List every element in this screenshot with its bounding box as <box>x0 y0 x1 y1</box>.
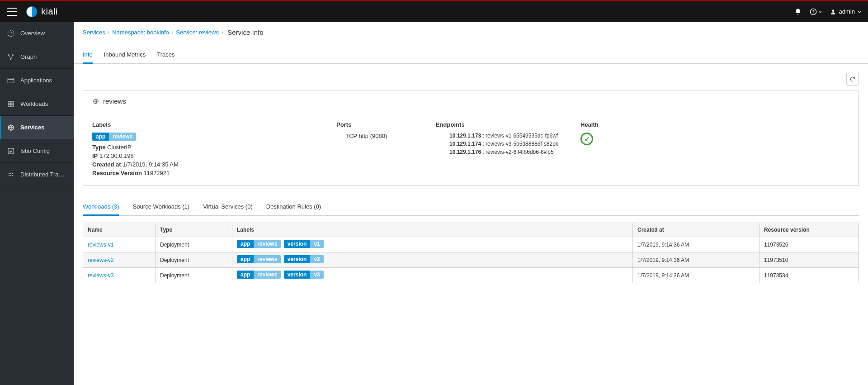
svg-point-19 <box>9 173 9 174</box>
workload-link[interactable]: reviews-v1 <box>88 242 113 248</box>
chevron-right-icon: › <box>108 30 109 35</box>
help-menu[interactable]: ? <box>810 8 822 15</box>
svg-point-20 <box>10 173 11 174</box>
brand-text: kiali <box>41 6 58 17</box>
label-badge: versionv1 <box>284 240 324 248</box>
service-created: 1/7/2019, 9:14:35 AM <box>123 161 179 168</box>
subtab-source-workloads[interactable]: Source Workloads (1) <box>133 200 189 215</box>
health-title: Health <box>580 121 599 128</box>
label-value: reviews <box>109 133 136 141</box>
graph-icon <box>7 53 15 61</box>
workload-created: 1/7/2019, 9:14:36 AM <box>633 237 760 252</box>
svg-text:?: ? <box>812 10 815 14</box>
table-row: reviews-v3Deploymentappreviews versionv3… <box>83 268 859 283</box>
notifications-icon[interactable] <box>794 8 802 15</box>
brand-logo[interactable]: kiali <box>26 6 58 18</box>
breadcrumb-current: Service Info <box>227 29 263 36</box>
subtab-workloads[interactable]: Workloads (3) <box>83 200 119 216</box>
workloads-table: Name Type Labels Created at Resource ver… <box>83 223 859 283</box>
sidebar-label: Services <box>20 124 45 131</box>
col-labels[interactable]: Labels <box>232 223 633 237</box>
svg-point-21 <box>12 173 13 174</box>
sidebar-label: Graph <box>20 53 37 60</box>
workload-rv: 11973534 <box>760 268 859 283</box>
subtab-virtual-services[interactable]: Virtual Services (0) <box>203 200 253 215</box>
svg-rect-12 <box>8 104 10 106</box>
workload-link[interactable]: reviews-v2 <box>88 257 113 263</box>
health-ok-icon <box>580 133 593 145</box>
svg-rect-13 <box>11 104 14 106</box>
sidebar-item-graph[interactable]: Graph <box>0 45 74 69</box>
refresh-icon <box>849 76 856 82</box>
sidebar-label: Overview <box>20 30 45 37</box>
sidebar-item-services[interactable]: Services <box>0 116 74 139</box>
workloads-icon <box>7 100 15 108</box>
label-badge: appreviews <box>237 240 281 248</box>
applications-icon <box>7 76 15 85</box>
sidebar-label: Istio Config <box>20 147 50 154</box>
kiali-logo-icon <box>26 6 38 18</box>
svg-point-24 <box>12 175 13 176</box>
sidebar-item-istio[interactable]: Istio Config <box>0 139 74 163</box>
breadcrumb-namespace[interactable]: Namespace: bookinfo <box>112 29 169 36</box>
tracing-icon <box>7 171 15 179</box>
services-icon <box>7 124 15 132</box>
tab-inbound-metrics[interactable]: Inbound Metrics <box>104 48 146 63</box>
workload-type: Deployment <box>156 252 232 268</box>
user-menu[interactable]: admin <box>830 8 861 15</box>
label-key: app <box>92 133 109 141</box>
svg-rect-10 <box>8 101 10 104</box>
tab-info[interactable]: Info <box>83 48 93 64</box>
dashboard-icon <box>7 29 15 38</box>
chevron-right-icon: › <box>222 30 223 35</box>
sidebar: Overview Graph Applications Workloads Se… <box>0 22 74 385</box>
service-type: ClusterIP <box>107 144 131 151</box>
workload-created: 1/7/2019, 9:14:36 AM <box>633 252 760 268</box>
service-name: reviews <box>103 97 126 105</box>
tab-traces[interactable]: Traces <box>157 48 175 63</box>
service-ip: 172.30.0.198 <box>99 152 134 159</box>
svg-point-3 <box>832 10 834 12</box>
workload-created: 1/7/2019, 9:14:36 AM <box>633 268 760 283</box>
endpoint-entry: 10.129.1.174 : reviews-v3-5b5d88886f-s82… <box>449 141 562 147</box>
endpoints-title: Endpoints <box>436 121 562 128</box>
workload-type: Deployment <box>156 268 232 283</box>
subtab-destination-rules[interactable]: Destination Rules (0) <box>266 200 321 215</box>
col-rv[interactable]: Resource version <box>760 223 859 237</box>
sidebar-item-workloads[interactable]: Workloads <box>0 92 74 116</box>
chevron-down-icon <box>858 10 861 14</box>
service-resource-version: 11972921 <box>143 170 170 176</box>
col-type[interactable]: Type <box>156 223 232 237</box>
sidebar-item-applications[interactable]: Applications <box>0 69 74 92</box>
breadcrumb-services[interactable]: Services <box>83 29 105 36</box>
refresh-button[interactable] <box>846 73 859 86</box>
svg-rect-11 <box>11 101 14 104</box>
service-icon <box>92 98 99 105</box>
menu-toggle[interactable] <box>7 8 17 16</box>
label-badge: appreviews <box>237 255 281 263</box>
workload-type: Deployment <box>156 237 232 252</box>
port-value: TCP http (9080) <box>336 133 418 139</box>
breadcrumb-service[interactable]: Service: reviews <box>176 29 219 36</box>
labels-title: Labels <box>92 121 318 128</box>
ports-title: Ports <box>336 121 418 128</box>
label-badge: app reviews <box>92 133 136 141</box>
workload-link[interactable]: reviews-v3 <box>88 272 113 279</box>
col-name[interactable]: Name <box>83 223 156 237</box>
topbar: kiali ? admin <box>0 1 868 22</box>
main-tabs: Info Inbound Metrics Traces <box>74 48 868 64</box>
col-created[interactable]: Created at <box>633 223 760 237</box>
chevron-down-icon <box>818 10 822 14</box>
table-row: reviews-v1Deploymentappreviews versionv1… <box>83 237 859 252</box>
sidebar-item-overview[interactable]: Overview <box>0 22 74 45</box>
user-name: admin <box>839 8 855 15</box>
config-icon <box>7 147 15 155</box>
sidebar-label: Distributed Traci... <box>20 171 67 178</box>
svg-point-23 <box>10 175 11 176</box>
user-icon <box>830 9 836 15</box>
sidebar-item-tracing[interactable]: Distributed Traci... <box>0 163 74 186</box>
chevron-right-icon: › <box>172 30 173 35</box>
workload-rv: 11973526 <box>760 237 859 252</box>
label-badge: versionv2 <box>284 255 324 263</box>
workload-rv: 11973510 <box>760 252 859 268</box>
